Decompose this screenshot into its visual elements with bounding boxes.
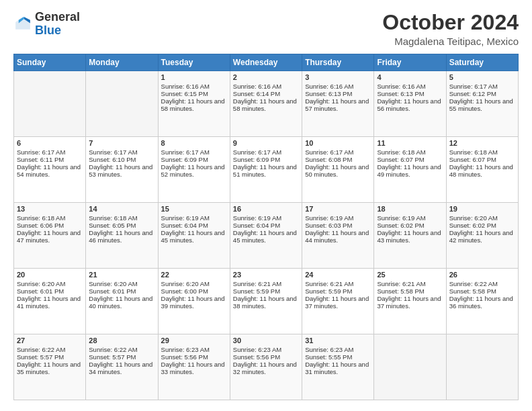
- sunset-text: Sunset: 5:58 PM: [449, 287, 515, 295]
- daylight-text: Daylight: 11 hours and 49 minutes.: [377, 163, 443, 178]
- calendar-cell: 15Sunrise: 6:19 AMSunset: 6:04 PMDayligh…: [158, 203, 230, 269]
- day-number: 5: [449, 73, 515, 81]
- calendar-day-header: Sunday: [14, 54, 86, 71]
- sunset-text: Sunset: 6:12 PM: [449, 90, 515, 97]
- daylight-text: Daylight: 11 hours and 53 minutes.: [89, 163, 154, 178]
- daylight-text: Daylight: 11 hours and 47 minutes.: [17, 229, 83, 244]
- month-title: October 2024: [382, 11, 519, 34]
- daylight-text: Daylight: 11 hours and 58 minutes.: [233, 97, 299, 112]
- sunset-text: Sunset: 6:00 PM: [161, 287, 227, 295]
- daylight-text: Daylight: 11 hours and 37 minutes.: [305, 295, 371, 310]
- day-number: 29: [161, 336, 227, 345]
- calendar-cell: 19Sunrise: 6:20 AMSunset: 6:02 PMDayligh…: [446, 203, 518, 269]
- day-number: 14: [89, 205, 154, 213]
- calendar-day-header: Wednesday: [230, 54, 302, 71]
- calendar-cell: 25Sunrise: 6:21 AMSunset: 5:58 PMDayligh…: [374, 269, 446, 334]
- sunset-text: Sunset: 6:15 PM: [161, 90, 227, 97]
- sunrise-text: Sunrise: 6:17 AM: [89, 148, 154, 156]
- calendar-cell: 24Sunrise: 6:21 AMSunset: 5:59 PMDayligh…: [302, 269, 374, 334]
- sunrise-text: Sunrise: 6:20 AM: [89, 280, 154, 287]
- sunrise-text: Sunrise: 6:18 AM: [449, 148, 515, 156]
- daylight-text: Daylight: 11 hours and 31 minutes.: [305, 361, 371, 375]
- day-number: 19: [449, 205, 515, 213]
- sunset-text: Sunset: 6:14 PM: [233, 90, 299, 97]
- sunrise-text: Sunrise: 6:17 AM: [17, 148, 83, 156]
- day-number: 12: [449, 139, 515, 147]
- calendar-cell: 29Sunrise: 6:23 AMSunset: 5:56 PMDayligh…: [158, 334, 230, 400]
- calendar-cell: 5Sunrise: 6:17 AMSunset: 6:12 PMDaylight…: [446, 71, 518, 137]
- day-number: 1: [161, 73, 227, 81]
- day-number: 17: [305, 205, 371, 213]
- sunrise-text: Sunrise: 6:18 AM: [89, 214, 154, 222]
- calendar-cell: 23Sunrise: 6:21 AMSunset: 5:59 PMDayligh…: [230, 269, 302, 334]
- sunrise-text: Sunrise: 6:17 AM: [449, 83, 515, 90]
- sunrise-text: Sunrise: 6:22 AM: [449, 280, 515, 287]
- day-number: 7: [89, 139, 154, 147]
- calendar-day-header: Monday: [86, 54, 158, 71]
- calendar-cell: 6Sunrise: 6:17 AMSunset: 6:11 PMDaylight…: [14, 137, 86, 203]
- day-number: 20: [17, 271, 83, 279]
- sunrise-text: Sunrise: 6:16 AM: [377, 83, 443, 90]
- daylight-text: Daylight: 11 hours and 35 minutes.: [17, 361, 83, 375]
- daylight-text: Daylight: 11 hours and 41 minutes.: [17, 295, 83, 310]
- calendar-week-row: 1Sunrise: 6:16 AMSunset: 6:15 PMDaylight…: [14, 71, 519, 137]
- calendar-cell: 16Sunrise: 6:19 AMSunset: 6:04 PMDayligh…: [230, 203, 302, 269]
- sunrise-text: Sunrise: 6:20 AM: [449, 214, 515, 222]
- calendar-day-header: Tuesday: [158, 54, 230, 71]
- sunrise-text: Sunrise: 6:16 AM: [233, 83, 299, 90]
- sunrise-text: Sunrise: 6:19 AM: [305, 214, 371, 222]
- day-number: 28: [89, 336, 154, 345]
- day-number: 10: [305, 139, 371, 147]
- day-number: 23: [233, 271, 299, 279]
- day-number: 24: [305, 271, 371, 279]
- calendar-week-row: 13Sunrise: 6:18 AMSunset: 6:06 PMDayligh…: [14, 203, 519, 269]
- day-number: 4: [377, 73, 443, 81]
- calendar-week-row: 27Sunrise: 6:22 AMSunset: 5:57 PMDayligh…: [14, 334, 519, 400]
- sunset-text: Sunset: 6:01 PM: [89, 287, 154, 295]
- daylight-text: Daylight: 11 hours and 57 minutes.: [305, 97, 371, 112]
- day-number: 15: [161, 205, 227, 213]
- daylight-text: Daylight: 11 hours and 46 minutes.: [89, 229, 154, 244]
- sunset-text: Sunset: 5:57 PM: [17, 353, 83, 361]
- calendar-cell: 20Sunrise: 6:20 AMSunset: 6:01 PMDayligh…: [14, 269, 86, 334]
- sunrise-text: Sunrise: 6:21 AM: [377, 280, 443, 287]
- calendar-cell: 30Sunrise: 6:23 AMSunset: 5:56 PMDayligh…: [230, 334, 302, 400]
- sunset-text: Sunset: 6:07 PM: [449, 156, 515, 163]
- sunset-text: Sunset: 6:02 PM: [449, 222, 515, 229]
- sunset-text: Sunset: 6:10 PM: [89, 156, 154, 163]
- daylight-text: Daylight: 11 hours and 37 minutes.: [377, 295, 443, 310]
- sunrise-text: Sunrise: 6:19 AM: [233, 214, 299, 222]
- sunset-text: Sunset: 5:57 PM: [89, 353, 154, 361]
- calendar-cell: 12Sunrise: 6:18 AMSunset: 6:07 PMDayligh…: [446, 137, 518, 203]
- sunset-text: Sunset: 6:13 PM: [305, 90, 371, 97]
- sunset-text: Sunset: 5:58 PM: [377, 287, 443, 295]
- calendar-cell: 3Sunrise: 6:16 AMSunset: 6:13 PMDaylight…: [302, 71, 374, 137]
- calendar-cell: 26Sunrise: 6:22 AMSunset: 5:58 PMDayligh…: [446, 269, 518, 334]
- calendar-header-row: SundayMondayTuesdayWednesdayThursdayFrid…: [14, 54, 519, 71]
- daylight-text: Daylight: 11 hours and 39 minutes.: [161, 295, 227, 310]
- day-number: 27: [17, 336, 83, 345]
- sunrise-text: Sunrise: 6:21 AM: [233, 280, 299, 287]
- sunrise-text: Sunrise: 6:18 AM: [377, 148, 443, 156]
- calendar-cell: 13Sunrise: 6:18 AMSunset: 6:06 PMDayligh…: [14, 203, 86, 269]
- sunrise-text: Sunrise: 6:23 AM: [233, 346, 299, 353]
- day-number: 11: [377, 139, 443, 147]
- daylight-text: Daylight: 11 hours and 42 minutes.: [449, 229, 515, 244]
- title-block: October 2024 Magdalena Teitipac, Mexico: [382, 11, 519, 47]
- day-number: 22: [161, 271, 227, 279]
- daylight-text: Daylight: 11 hours and 45 minutes.: [161, 229, 227, 244]
- day-number: 9: [233, 139, 299, 147]
- daylight-text: Daylight: 11 hours and 58 minutes.: [161, 97, 227, 112]
- daylight-text: Daylight: 11 hours and 45 minutes.: [233, 229, 299, 244]
- day-number: 2: [233, 73, 299, 81]
- location-title: Magdalena Teitipac, Mexico: [382, 36, 519, 47]
- daylight-text: Daylight: 11 hours and 54 minutes.: [17, 163, 83, 178]
- calendar-cell: 27Sunrise: 6:22 AMSunset: 5:57 PMDayligh…: [14, 334, 86, 400]
- day-number: 18: [377, 205, 443, 213]
- sunrise-text: Sunrise: 6:21 AM: [305, 280, 371, 287]
- calendar-cell: 10Sunrise: 6:17 AMSunset: 6:08 PMDayligh…: [302, 137, 374, 203]
- sunrise-text: Sunrise: 6:19 AM: [377, 214, 443, 222]
- logo: General Blue: [13, 11, 80, 38]
- calendar-cell: 11Sunrise: 6:18 AMSunset: 6:07 PMDayligh…: [374, 137, 446, 203]
- day-number: 31: [305, 336, 371, 345]
